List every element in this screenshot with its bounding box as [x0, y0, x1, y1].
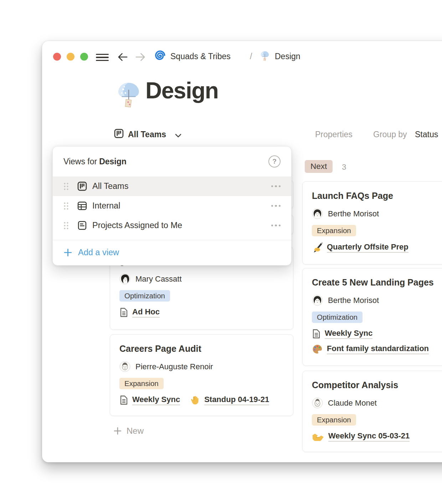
properties-button[interactable]: Properties: [315, 130, 353, 139]
card-title: Competitor Analysis: [312, 380, 442, 391]
handshake-emoji-icon: [312, 432, 324, 441]
project-card[interactable]: Launch FAQs Page Berthe Morisot Expansio…: [302, 181, 442, 264]
assignee-name: Berthe Morisot: [328, 296, 379, 305]
avatar-berthe-morisot: [312, 295, 323, 306]
page-link[interactable]: Weekly Sync 05-03-21: [312, 431, 410, 442]
more-options-icon[interactable]: [271, 225, 281, 227]
avatar-berthe-morisot: [312, 208, 323, 219]
view-item-all-teams[interactable]: All Teams: [53, 176, 291, 196]
page-link[interactable]: Weekly Sync: [119, 395, 180, 405]
workspace-logo-icon[interactable]: [153, 50, 166, 62]
writing-hand-emoji-icon: [312, 242, 323, 253]
column-status-badge[interactable]: Next: [305, 160, 333, 173]
breadcrumb-page[interactable]: Design: [275, 52, 300, 61]
project-card[interactable]: Competitor Analysis Claude Monet Expansi…: [302, 371, 442, 452]
page-link[interactable]: Standup 04-19-21: [190, 395, 269, 405]
view-item-internal[interactable]: Internal: [53, 196, 291, 216]
tag-optimization: Optimization: [119, 290, 170, 302]
more-options-icon[interactable]: [271, 185, 281, 187]
project-card[interactable]: Careers Page Audit Pierre-Auguste Renoir…: [110, 334, 293, 416]
forward-icon[interactable]: [135, 52, 146, 62]
document-icon: [119, 307, 128, 318]
app-window: Squads & Tribes / Design Design All Team…: [42, 41, 442, 462]
new-card-button[interactable]: New: [114, 426, 144, 436]
drag-handle-icon[interactable]: [63, 182, 69, 190]
plus-icon: [64, 248, 72, 257]
assignee-name: Pierre-Auguste Renoir: [135, 362, 213, 371]
card-title: Create 5 New Landing Pages: [312, 277, 442, 288]
chevron-down-icon[interactable]: [175, 133, 181, 138]
avatar-pierre-auguste-renoir: [119, 361, 130, 372]
tag-expansion: Expansion: [312, 414, 356, 426]
assignee-name: Mary Cassatt: [135, 274, 182, 284]
page-title[interactable]: Design: [145, 77, 218, 104]
card-title: Launch FAQs Page: [312, 190, 442, 201]
page-link[interactable]: Font family standardization: [312, 344, 429, 355]
drag-handle-icon[interactable]: [63, 222, 69, 230]
board-view-icon: [114, 129, 124, 138]
view-switcher[interactable]: All Teams: [128, 130, 166, 139]
document-icon: [312, 329, 321, 339]
project-card[interactable]: Create 5 New Landing Pages Berthe Moriso…: [302, 268, 442, 366]
assignee-name: Claude Monet: [328, 398, 377, 408]
popup-title-prefix: Views for: [63, 157, 97, 166]
zoom-window-button[interactable]: [80, 53, 88, 61]
page-emoji-wind-chime-icon[interactable]: [114, 80, 143, 109]
tag-optimization: Optimization: [312, 312, 363, 323]
breadcrumb-separator: /: [250, 52, 252, 61]
avatar-claude-monet: [312, 397, 323, 408]
breadcrumb-workspace[interactable]: Squads & Tribes: [170, 52, 231, 61]
divider: [53, 240, 291, 240]
more-options-icon[interactable]: [271, 205, 281, 207]
group-by-value[interactable]: Status: [415, 130, 438, 139]
raised-hand-emoji-icon: [190, 395, 200, 405]
document-icon: [119, 395, 128, 405]
minimize-window-button[interactable]: [67, 53, 74, 61]
back-icon[interactable]: [117, 52, 128, 62]
add-view-button[interactable]: Add a view: [53, 241, 291, 263]
card-title: Careers Page Audit: [119, 343, 284, 354]
palette-emoji-icon: [312, 344, 323, 355]
drag-handle-icon[interactable]: [63, 202, 69, 210]
assignee-name: Berthe Morisot: [328, 209, 379, 218]
page-link[interactable]: Ad Hoc: [119, 307, 160, 318]
page-link[interactable]: Quarterly Offsite Prep: [312, 242, 408, 253]
page-link[interactable]: Weekly Sync: [312, 329, 372, 339]
plus-icon: [114, 427, 122, 435]
popup-title-page: Design: [99, 157, 127, 166]
view-item-projects-assigned[interactable]: Projects Assigned to Me: [53, 216, 291, 235]
views-popup: Views for Design ? All Teams Internal Pr…: [52, 146, 292, 266]
help-icon[interactable]: ?: [268, 155, 281, 168]
board-view-icon: [77, 181, 87, 191]
list-view-icon: [77, 221, 87, 230]
close-window-button[interactable]: [53, 53, 61, 61]
table-view-icon: [77, 201, 87, 211]
column-count: 3: [342, 163, 346, 172]
avatar-mary-cassatt: [119, 273, 130, 284]
wind-chime-emoji-icon: [259, 50, 271, 62]
group-by-button[interactable]: Group by: [373, 130, 407, 139]
tag-expansion: Expansion: [119, 378, 164, 389]
tag-expansion: Expansion: [312, 225, 356, 236]
sidebar-menu-icon[interactable]: [96, 54, 109, 61]
